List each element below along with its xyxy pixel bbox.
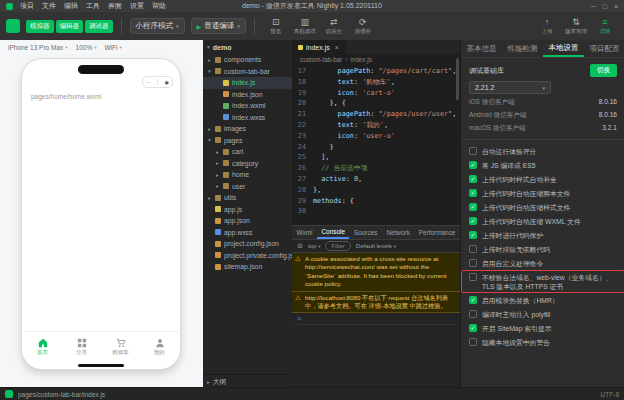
outline-section[interactable]: ▸ 大纲 [203, 374, 292, 388]
tree-item-custom-tab-bar[interactable]: ▾custom-tab-bar [203, 66, 292, 78]
console-filter-input[interactable]: Filter [325, 241, 350, 251]
breadcrumb-folder[interactable]: custom-tab-bar [300, 56, 342, 63]
option-row-5[interactable]: ✓上传代码时自动压缩 WXML 文件 [461, 214, 624, 228]
capsule-more-icon[interactable]: ⋯ [146, 79, 151, 85]
version-manage-button[interactable]: ⇅版本管理 [563, 18, 589, 35]
checkbox[interactable]: ✓ [469, 217, 477, 225]
checkbox[interactable] [469, 273, 477, 281]
toolbar-toggle-0[interactable]: 模拟器 [26, 20, 54, 33]
tree-item-components[interactable]: ▸components [203, 54, 292, 66]
miniprogram-capsule[interactable]: ⋯ ◉ [142, 76, 173, 88]
tree-item-app.wxss[interactable]: app.wxss [203, 227, 292, 239]
status-encoding[interactable]: UTF-8 [601, 391, 619, 398]
checkbox[interactable]: ✓ [469, 189, 477, 197]
tree-item-user[interactable]: ▸user [203, 181, 292, 193]
tree-item-index.js[interactable]: index.js [203, 77, 292, 89]
zoom-select[interactable]: 100% ▾ [76, 44, 97, 51]
tree-item-app.json[interactable]: app.json [203, 215, 292, 227]
checkbox[interactable] [469, 338, 477, 346]
checkbox[interactable] [469, 147, 477, 155]
code-area[interactable]: 17 pagePath: "/pages/cart/cart",18 text:… [292, 64, 460, 217]
checkbox[interactable]: ✓ [469, 175, 477, 183]
tree-item-index.json[interactable]: index.json [203, 89, 292, 101]
option-row-9[interactable]: 不校验合法域名、web-view（业务域名）、TLS 版本以及 HTTPS 证书 [461, 270, 624, 293]
checkbox[interactable]: ✓ [469, 161, 477, 169]
option-row-8[interactable]: 启用自定义处理命令 [461, 256, 624, 270]
option-row-13[interactable]: 隐藏本地设置中的警告 [461, 335, 624, 349]
tree-item-home[interactable]: ▸home [203, 169, 292, 181]
context-select[interactable]: top ▾ [308, 243, 321, 249]
option-row-4[interactable]: ✓上传代码时自动压缩样式文件 [461, 200, 624, 214]
console-tab-network[interactable]: Network [382, 226, 414, 239]
status-path[interactable]: pages/custom-tab-bar/index.js [18, 391, 105, 398]
tree-item-project.config.json[interactable]: project.config.json [203, 238, 292, 250]
close-window-button[interactable]: × [614, 3, 618, 10]
option-row-11[interactable]: 编译时主动注入 polyfill [461, 307, 624, 321]
tree-item-utils[interactable]: ▸utils [203, 192, 292, 204]
menu-item-0[interactable]: 项目 [20, 1, 34, 11]
editor-scrollbar[interactable] [456, 58, 459, 100]
details-tab-2[interactable]: 本地设置 [543, 40, 584, 57]
maximize-window-button[interactable]: □ [603, 3, 607, 10]
option-row-12[interactable]: ✓开启 SiteMap 索引提示 [461, 321, 624, 335]
details-tab-0[interactable]: 基本信息 [461, 40, 502, 57]
phone-tab-user[interactable]: 我的 [140, 332, 179, 362]
preview-button[interactable]: ⊡预览 [263, 18, 289, 35]
switch-library-button[interactable]: 切换 [590, 64, 617, 77]
tree-item-project.private.config.json[interactable]: project.private.config.json [203, 250, 292, 262]
menu-item-4[interactable]: 界面 [108, 1, 122, 11]
phone-tab-home[interactable]: 首页 [23, 332, 62, 362]
console-tab-sources[interactable]: Sources [349, 226, 381, 239]
details-tab-1[interactable]: 性能检测 [502, 40, 543, 57]
menu-item-1[interactable]: 文件 [42, 1, 56, 11]
phone-tab-category[interactable]: 分类 [62, 332, 101, 362]
checkbox[interactable] [469, 310, 477, 318]
tree-item-cart[interactable]: ▸cart [203, 146, 292, 158]
option-row-7[interactable]: 上传时排除无依赖代码 [461, 242, 624, 256]
checkbox[interactable]: ✓ [469, 203, 477, 211]
capsule-exit-icon[interactable]: ◉ [165, 79, 169, 85]
console-tab-performance[interactable]: Performance [414, 226, 460, 239]
tree-item-pages[interactable]: ▾pages [203, 135, 292, 147]
option-row-2[interactable]: ✓上传代码时样式自动补全 [461, 172, 624, 186]
upload-button[interactable]: ↑上传 [534, 18, 560, 35]
tree-item-category[interactable]: ▸category [203, 158, 292, 170]
toolbar-toggle-1[interactable]: 编辑器 [56, 20, 84, 33]
breadcrumb-file[interactable]: index.js [350, 56, 371, 63]
library-version-dropdown[interactable]: 2.21.2 ▾ [469, 81, 551, 94]
device-debug-button[interactable]: ▥真机调试 [292, 18, 318, 35]
tree-item-index.wxss[interactable]: index.wxss [203, 112, 292, 124]
user-avatar[interactable] [6, 19, 20, 33]
option-row-3[interactable]: ✓上传代码时自动压缩脚本文件 [461, 186, 624, 200]
menu-item-3[interactable]: 工具 [86, 1, 100, 11]
checkbox[interactable]: ✓ [469, 324, 477, 332]
phone-tab-cart[interactable]: 购物车 [101, 332, 140, 362]
editor-tab-indexjs[interactable]: index.js × [292, 40, 346, 54]
network-select[interactable]: WiFi ▾ [104, 44, 121, 51]
project-root-row[interactable]: ▾ demo [203, 40, 292, 54]
console-tab-console[interactable]: Console [317, 226, 349, 239]
mode-dropdown[interactable]: 小程序模式 ▾ [130, 18, 185, 34]
details-button[interactable]: ≡详情 [592, 18, 618, 35]
clear-console-icon[interactable]: ⊘ [297, 242, 303, 250]
checkbox[interactable] [469, 245, 477, 253]
menu-item-6[interactable]: 帮助 [152, 1, 166, 11]
option-row-0[interactable]: 自动运行体验评分 [461, 144, 624, 158]
console-prompt[interactable]: > [292, 313, 460, 325]
console-tab-wxml[interactable]: Wxml [292, 226, 317, 239]
tree-item-index.wxml[interactable]: index.wxml [203, 100, 292, 112]
clear-cache-button[interactable]: ⟳清缓存 [350, 18, 376, 35]
close-icon[interactable]: × [335, 44, 339, 51]
option-row-10[interactable]: ✓启用模块热替换（HMR） [461, 293, 624, 307]
toolbar-toggle-2[interactable]: 调试器 [85, 20, 113, 33]
option-row-6[interactable]: ✓上传时进行代码保护 [461, 228, 624, 242]
checkbox[interactable] [469, 259, 477, 267]
checkbox[interactable]: ✓ [469, 296, 477, 304]
log-levels-select[interactable]: Default levels ▾ [356, 243, 396, 249]
details-tab-3[interactable]: 项目配置 [584, 40, 624, 57]
checkbox[interactable]: ✓ [469, 231, 477, 239]
compile-dropdown[interactable]: ▶ 普通编译 ▾ [191, 18, 246, 34]
tree-item-app.js[interactable]: app.js [203, 204, 292, 216]
minimize-window-button[interactable]: ─ [591, 3, 596, 10]
switch-background-button[interactable]: ⇄切后台 [321, 18, 347, 35]
